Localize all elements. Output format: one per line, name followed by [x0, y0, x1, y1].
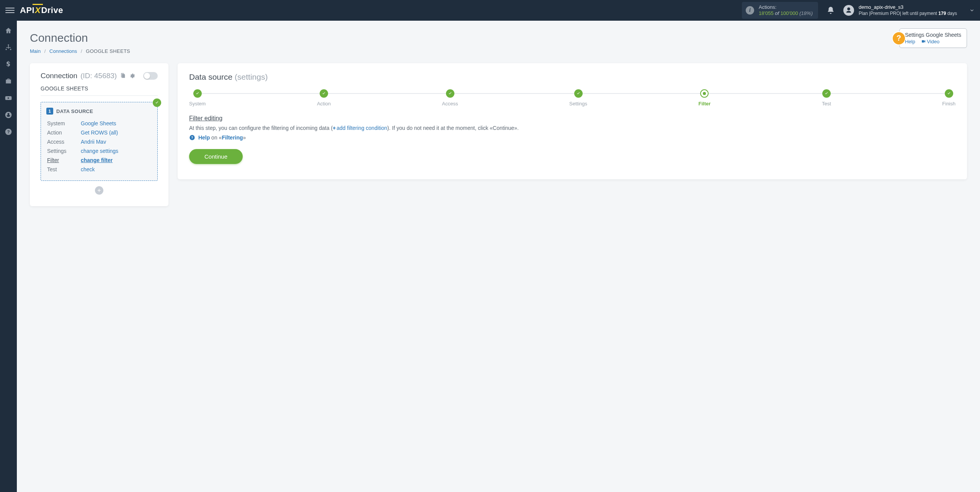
user-name: demo_apix-drive_s3 — [859, 4, 957, 10]
nav-billing-icon[interactable] — [4, 60, 13, 69]
step-filter[interactable]: Filter — [699, 89, 711, 107]
svg-text:?: ? — [191, 136, 193, 139]
check-badge-icon — [153, 98, 161, 107]
ds-row-key: Test — [47, 165, 80, 174]
help-circle-icon: ? — [189, 134, 195, 141]
logo-text-x: X — [35, 5, 41, 15]
step-access[interactable]: Access — [442, 89, 458, 107]
step-finish[interactable]: Finish — [942, 89, 956, 107]
nav-account-icon[interactable] — [4, 110, 13, 120]
step-dot — [700, 89, 709, 98]
connection-toggle[interactable] — [143, 72, 158, 80]
help-question-icon[interactable]: ? — [892, 31, 906, 45]
page-title: Connection — [30, 31, 967, 44]
step-dot — [193, 89, 202, 98]
help-link[interactable]: Help — [905, 39, 915, 44]
continue-button[interactable]: Continue — [189, 149, 243, 164]
actions-usage-box[interactable]: i Actions: 18'055 of 100'000 (18%) — [742, 2, 818, 18]
filter-section-title: Filter editing — [189, 115, 956, 122]
video-link[interactable]: Video — [921, 39, 939, 44]
breadcrumb-main[interactable]: Main — [30, 48, 41, 54]
step-label: Filter — [699, 101, 711, 107]
help-topic-link[interactable]: Filtering — [222, 134, 243, 141]
step-label: System — [189, 101, 206, 107]
step-system[interactable]: System — [189, 89, 206, 107]
add-destination-button[interactable]: + — [95, 186, 103, 195]
step-dot — [945, 89, 953, 98]
ds-row: SystemGoogle Sheets — [47, 119, 151, 128]
step-dot — [574, 89, 583, 98]
info-icon: i — [746, 6, 754, 15]
actions-label: Actions: — [759, 4, 813, 10]
help-widget-title: Settings Google Sheets — [905, 32, 961, 38]
data-source-box: 1 DATA SOURCE SystemGoogle SheetsActionG… — [41, 102, 158, 181]
stepper: SystemActionAccessSettingsFilterTestFini… — [189, 89, 956, 107]
ds-row-link[interactable]: Google Sheets — [81, 120, 116, 126]
sidebar: ? — [0, 21, 17, 492]
ds-row-link[interactable]: Andrii Mav — [81, 139, 106, 145]
user-menu[interactable]: demo_apix-drive_s3 Plan |Premium PRO| le… — [843, 4, 975, 16]
step-label: Finish — [942, 101, 956, 107]
step-label: Settings — [569, 101, 587, 107]
ds-row-link[interactable]: change settings — [81, 148, 118, 154]
help-filtering-link[interactable]: Help — [198, 134, 210, 141]
menu-toggle-button[interactable] — [5, 6, 15, 15]
step-label: Action — [317, 101, 331, 107]
ds-row-link[interactable]: Get ROWS (all) — [81, 130, 118, 136]
step-label: Access — [442, 101, 458, 107]
ds-row: Settingschange settings — [47, 147, 151, 155]
ds-row: Testcheck — [47, 165, 151, 174]
user-avatar-icon — [843, 5, 854, 16]
ds-row: AccessAndrii Mav — [47, 138, 151, 146]
filter-description: At this step, you can configure the filt… — [189, 124, 956, 132]
connection-system: GOOGLE SHEETS — [41, 85, 158, 96]
ds-row-key: Action — [47, 128, 80, 137]
nav-home-icon[interactable] — [4, 26, 13, 35]
ds-row-key: Settings — [47, 147, 80, 155]
ds-row-key: Access — [47, 138, 80, 146]
main-content: Connection Main / Connections / GOOGLE S… — [17, 21, 980, 492]
step-action[interactable]: Action — [317, 89, 331, 107]
logo-text-drive: Drive — [41, 5, 63, 15]
topbar: API X Drive i Actions: 18'055 of 100'000… — [0, 0, 980, 21]
notifications-icon[interactable] — [826, 6, 835, 15]
breadcrumb-connections[interactable]: Connections — [49, 48, 77, 54]
step-test[interactable]: Test — [822, 89, 831, 107]
step-settings[interactable]: Settings — [569, 89, 587, 107]
nav-help-icon[interactable]: ? — [4, 127, 13, 136]
user-plan: Plan |Premium PRO| left until payment 17… — [859, 11, 957, 16]
help-line: ? Help on «Filtering» — [189, 134, 956, 141]
add-filter-condition-link[interactable]: +add filtering condition — [333, 125, 387, 131]
user-info: demo_apix-drive_s3 Plan |Premium PRO| le… — [859, 4, 957, 16]
logo[interactable]: API X Drive — [20, 5, 63, 15]
copy-icon[interactable] — [120, 73, 126, 79]
logo-text-api: API — [20, 5, 34, 15]
connection-title: Connection — [41, 72, 77, 80]
panel-title: Data source (settings) — [189, 72, 956, 82]
data-source-table: SystemGoogle SheetsActionGet ROWS (all)A… — [46, 118, 152, 174]
settings-panel: Data source (settings) SystemActionAcces… — [178, 63, 967, 179]
ds-row: Filterchange filter — [47, 156, 151, 164]
ds-row-link[interactable]: change filter — [81, 157, 113, 163]
step-dot — [822, 89, 831, 98]
breadcrumbs: Main / Connections / GOOGLE SHEETS — [30, 48, 967, 54]
connection-card: Connection (ID: 45683) GOOGLE SHEETS 1 D… — [30, 63, 168, 206]
chevron-down-icon — [969, 8, 975, 13]
step-dot — [320, 89, 328, 98]
data-source-title: 1 DATA SOURCE — [46, 108, 152, 115]
nav-connections-icon[interactable] — [4, 43, 13, 52]
nav-video-icon[interactable] — [4, 93, 13, 103]
gear-icon[interactable] — [129, 73, 135, 79]
connection-card-header: Connection (ID: 45683) — [41, 72, 158, 80]
step-label: Test — [822, 101, 831, 107]
breadcrumb-current: GOOGLE SHEETS — [86, 48, 130, 54]
help-widget: ? Settings Google Sheets Help Video — [899, 28, 967, 48]
ds-row-link[interactable]: check — [81, 166, 95, 172]
connection-id: (ID: 45683) — [80, 72, 117, 80]
ds-row: ActionGet ROWS (all) — [47, 128, 151, 137]
actions-values: 18'055 of 100'000 (18%) — [759, 10, 813, 16]
nav-briefcase-icon[interactable] — [4, 77, 13, 86]
data-source-number: 1 — [46, 108, 53, 115]
ds-row-key: Filter — [47, 156, 80, 164]
video-icon — [921, 39, 926, 44]
